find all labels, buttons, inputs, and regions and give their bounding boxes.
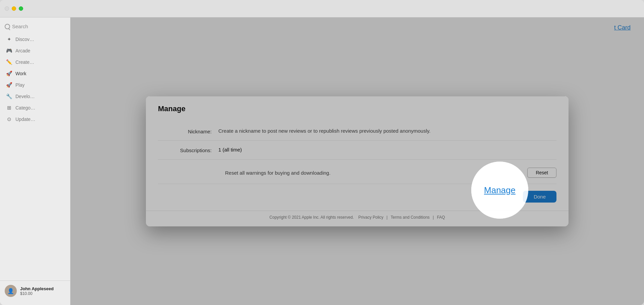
- manage-modal: Manage Nickname: Create a nickname to po…: [146, 96, 569, 226]
- modal-footer: Done: [146, 184, 569, 211]
- sidebar-item-label: Work: [15, 71, 26, 76]
- create-icon: ✏️: [6, 59, 12, 65]
- modal-body: Nickname: Create a nickname to post new …: [146, 119, 569, 184]
- maximize-button[interactable]: [19, 6, 23, 11]
- close-button[interactable]: [5, 6, 9, 11]
- sidebar-item-arcade[interactable]: 🎮 Arcade: [3, 45, 67, 56]
- search-bar[interactable]: Search: [0, 21, 70, 34]
- play-icon: 🚀: [6, 82, 12, 88]
- updates-icon: ⊙: [6, 116, 12, 122]
- avatar: 👤: [5, 285, 17, 297]
- sidebar-item-updates[interactable]: ⊙ Update…: [3, 114, 67, 125]
- reset-button[interactable]: Reset: [527, 168, 556, 178]
- discover-icon: ✦: [6, 36, 12, 42]
- terms-link[interactable]: Terms and Conditions: [391, 215, 430, 220]
- sidebar-item-label: Develo…: [15, 94, 35, 99]
- sidebar-item-label: Update…: [15, 117, 35, 122]
- user-balance: $10.00: [20, 291, 54, 296]
- content-area: t Card Manage Nickname: Create a nicknam…: [70, 17, 644, 305]
- develop-icon: 🔧: [6, 93, 12, 99]
- user-info: John Appleseed $10.00: [20, 286, 54, 296]
- sidebar-item-label: Arcade: [15, 48, 30, 53]
- subscriptions-value: 1 (all time): [218, 147, 483, 152]
- main-layout: Search ✦ Discov… 🎮 Arcade ✏️ Create… 🚀 W: [0, 17, 644, 305]
- reset-row: Reset all warnings for buying and downlo…: [158, 160, 556, 184]
- categories-icon: ⊞: [6, 105, 12, 111]
- minimize-button[interactable]: [12, 6, 16, 11]
- nickname-label: Nickname:: [158, 128, 218, 134]
- sidebar-item-play[interactable]: 🚀 Play: [3, 80, 67, 90]
- sidebar-item-label: Discov…: [15, 37, 34, 42]
- sidebar: Search ✦ Discov… 🎮 Arcade ✏️ Create… 🚀 W: [0, 17, 70, 305]
- modal-header: Manage: [146, 96, 569, 119]
- search-icon: [5, 24, 10, 29]
- done-button[interactable]: Done: [523, 191, 556, 203]
- title-bar: [0, 0, 644, 17]
- work-icon: 🚀: [6, 71, 12, 77]
- sidebar-item-label: Play: [15, 82, 24, 88]
- reset-description: Reset all warnings for buying and downlo…: [158, 170, 527, 176]
- arcade-icon: 🎮: [6, 48, 12, 54]
- sidebar-nav: ✦ Discov… 🎮 Arcade ✏️ Create… 🚀 Work 🚀: [0, 34, 70, 280]
- subscriptions-label: Subscriptions:: [158, 147, 218, 153]
- sidebar-item-label: Create…: [15, 59, 34, 65]
- sidebar-item-categories[interactable]: ⊞ Catego…: [3, 102, 67, 113]
- sidebar-footer: 👤 John Appleseed $10.00: [0, 280, 70, 301]
- user-name: John Appleseed: [20, 286, 54, 291]
- nickname-row: Nickname: Create a nickname to post new …: [158, 122, 556, 141]
- subscriptions-row: Subscriptions: 1 (all time): [158, 141, 556, 160]
- modal-title: Manage: [158, 104, 556, 113]
- privacy-policy-link[interactable]: Privacy Policy: [358, 215, 383, 220]
- search-label: Search: [12, 24, 28, 29]
- modal-copyright: Copyright © 2021 Apple Inc. All rights r…: [146, 211, 569, 226]
- modal-overlay: Manage Nickname: Create a nickname to po…: [70, 17, 644, 305]
- sidebar-item-work[interactable]: 🚀 Work: [3, 68, 67, 79]
- sidebar-item-discover[interactable]: ✦ Discov…: [3, 34, 67, 45]
- faq-link[interactable]: FAQ: [437, 215, 445, 220]
- sidebar-item-label: Catego…: [15, 105, 35, 111]
- sidebar-item-develop[interactable]: 🔧 Develo…: [3, 91, 67, 102]
- app-window: Search ✦ Discov… 🎮 Arcade ✏️ Create… 🚀 W: [0, 0, 644, 305]
- nickname-description: Create a nickname to post new reviews or…: [218, 128, 483, 134]
- sidebar-item-create[interactable]: ✏️ Create…: [3, 57, 67, 68]
